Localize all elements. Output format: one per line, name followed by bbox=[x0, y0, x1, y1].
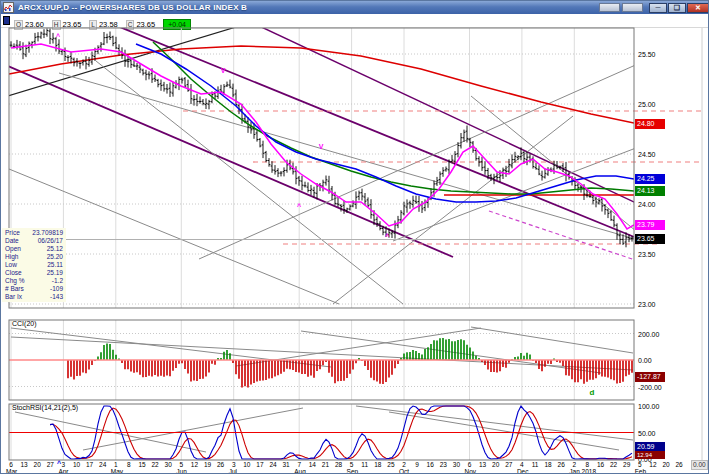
date-tick: 8 bbox=[127, 461, 131, 468]
corner-value: 0.00 bbox=[691, 460, 708, 470]
date-month-label: Oct bbox=[399, 468, 409, 474]
svg-text:^: ^ bbox=[385, 233, 389, 240]
cci-axis-tick: 0.00 bbox=[638, 356, 652, 365]
cci-axis-tick: -200.00 bbox=[638, 383, 662, 392]
svg-text:d: d bbox=[590, 388, 595, 397]
date-tick: 26 bbox=[675, 461, 682, 468]
date-tick: 17 bbox=[86, 461, 93, 468]
price-axis-tick: 25.00 bbox=[638, 100, 656, 109]
date-month-label: Aug bbox=[294, 468, 306, 474]
data-window-row: Close25.19 bbox=[5, 269, 63, 277]
date-tick: 18 bbox=[544, 461, 551, 468]
date-month-label: Jun bbox=[176, 468, 186, 474]
price-axis-value-box: 24.25 bbox=[635, 174, 665, 184]
date-tick: 31 bbox=[282, 461, 289, 468]
date-tick: 29 bbox=[623, 461, 630, 468]
date-month-label: Nov bbox=[465, 468, 477, 474]
date-month-label: Jul bbox=[229, 468, 237, 474]
cci-panel-label: CCI(20) bbox=[12, 320, 37, 327]
chart-canvas[interactable]: ^VV^^d^ bbox=[1, 1, 709, 474]
date-tick: 6 bbox=[468, 461, 472, 468]
date-tick: 11 bbox=[361, 461, 368, 468]
data-window-row: Price23.709819 bbox=[5, 229, 63, 237]
date-tick: 5 bbox=[179, 461, 183, 468]
date-month-label: Feb bbox=[635, 468, 646, 474]
date-tick: 14 bbox=[309, 461, 316, 468]
date-tick: 27 bbox=[47, 461, 54, 468]
price-axis-tick: 23.00 bbox=[638, 300, 656, 309]
date-tick: 20 bbox=[662, 461, 669, 468]
rsi-panel-label: StochRSI(14,21(2),5) bbox=[12, 404, 78, 411]
date-tick: 8 bbox=[586, 461, 590, 468]
date-tick: 4 bbox=[520, 461, 524, 468]
date-tick: 7 bbox=[297, 461, 301, 468]
date-tick: 12 bbox=[191, 461, 198, 468]
date-tick: 30 bbox=[165, 461, 172, 468]
svg-text:^: ^ bbox=[57, 460, 61, 467]
date-tick: 15 bbox=[138, 461, 145, 468]
price-axis-value-box: 24.80 bbox=[635, 119, 665, 129]
date-tick: 21 bbox=[322, 461, 329, 468]
date-tick: 27 bbox=[505, 461, 512, 468]
data-window-row: Chg %-1.2 bbox=[5, 277, 63, 285]
svg-text:V: V bbox=[319, 143, 324, 150]
data-window-row: # Bars-109 bbox=[5, 285, 63, 293]
date-tick: 11 bbox=[532, 461, 539, 468]
date-tick: 28 bbox=[335, 461, 342, 468]
date-tick: 16 bbox=[427, 461, 434, 468]
date-tick: 13 bbox=[479, 461, 486, 468]
date-tick: 3 bbox=[232, 461, 236, 468]
cci-axis-tick: 200.00 bbox=[638, 330, 659, 339]
rsi-d-value-box: 12.94 bbox=[635, 451, 665, 459]
date-tick: 19 bbox=[204, 461, 211, 468]
date-tick: 26 bbox=[217, 461, 224, 468]
data-window: Price23.709819Date06/26/17Open25.12High2… bbox=[2, 228, 66, 302]
date-tick: 17 bbox=[256, 461, 263, 468]
rsi-axis-tick: 100.00 bbox=[638, 402, 659, 411]
date-tick: 25 bbox=[387, 461, 394, 468]
date-tick: 30 bbox=[453, 461, 460, 468]
date-tick: 12 bbox=[649, 461, 656, 468]
data-window-row: Low25.11 bbox=[5, 261, 63, 269]
rsi-axis-tick: 50.00 bbox=[638, 429, 656, 438]
date-tick: 2 bbox=[402, 461, 406, 468]
date-month-label: Sep bbox=[347, 468, 359, 474]
date-tick: 22 bbox=[151, 461, 158, 468]
date-tick: 5 bbox=[638, 461, 642, 468]
price-axis-value-box: 23.79 bbox=[635, 220, 665, 230]
date-tick: 5 bbox=[350, 461, 354, 468]
app-window: ARCX:UUP,D -- POWERSHARES DB US DOLLAR I… bbox=[0, 0, 709, 474]
date-tick: 23 bbox=[440, 461, 447, 468]
date-tick: 1 bbox=[114, 461, 118, 468]
price-axis-tick: 23.50 bbox=[638, 250, 656, 259]
date-month-label: May bbox=[111, 468, 123, 474]
date-tick: 24 bbox=[99, 461, 106, 468]
data-window-row: Open25.12 bbox=[5, 245, 63, 253]
date-tick: 9 bbox=[415, 461, 419, 468]
data-window-row: High25.20 bbox=[5, 253, 63, 261]
date-tick: 10 bbox=[73, 461, 80, 468]
price-axis-value-box: 24.13 bbox=[635, 186, 665, 196]
price-axis-tick: 25.50 bbox=[638, 50, 656, 59]
svg-text:^: ^ bbox=[56, 33, 60, 40]
date-month-label: Apr bbox=[58, 468, 68, 474]
date-tick: 3 bbox=[62, 461, 66, 468]
price-axis-value-box: 23.65 bbox=[635, 234, 665, 244]
data-window-row: Date06/26/17 bbox=[5, 237, 63, 245]
date-tick: 2 bbox=[572, 461, 576, 468]
date-tick: 16 bbox=[597, 461, 604, 468]
date-tick: 20 bbox=[34, 461, 41, 468]
cci-value-box: -127.87 bbox=[635, 372, 665, 382]
date-month-label: Jan 2018 bbox=[569, 468, 596, 474]
price-axis-tick: 24.00 bbox=[638, 200, 656, 209]
date-tick: 10 bbox=[243, 461, 250, 468]
date-tick: 26 bbox=[558, 461, 565, 468]
date-tick: 18 bbox=[374, 461, 381, 468]
date-tick: 6 bbox=[9, 461, 13, 468]
date-tick: 20 bbox=[492, 461, 499, 468]
date-tick: 24 bbox=[269, 461, 276, 468]
date-month-label: Dec bbox=[517, 468, 529, 474]
date-tick: 13 bbox=[20, 461, 27, 468]
date-tick: 22 bbox=[610, 461, 617, 468]
svg-text:V: V bbox=[221, 67, 226, 74]
